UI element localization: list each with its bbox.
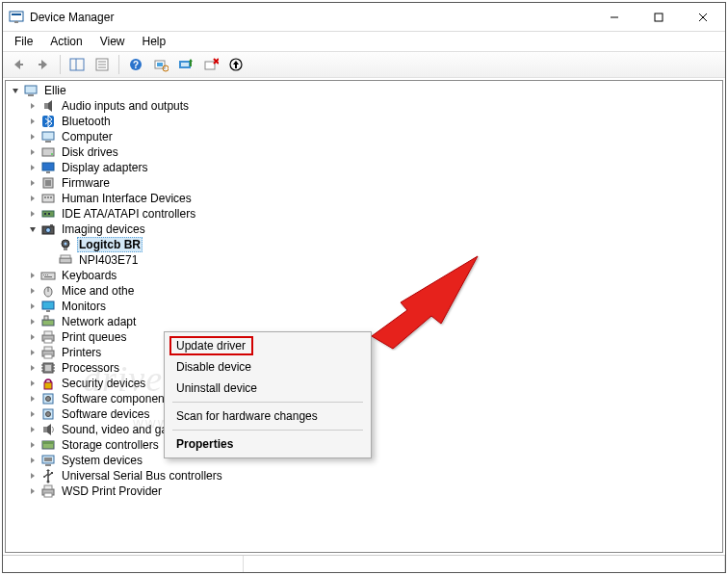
- expand-icon[interactable]: [27, 285, 39, 297]
- titlebar: Device Manager: [3, 3, 725, 32]
- tree-category[interactable]: Display adapters: [8, 160, 722, 175]
- tree-category[interactable]: Disk drives: [8, 144, 722, 160]
- tree-category[interactable]: Monitors: [8, 299, 722, 314]
- device-tree[interactable]: driver easy www.DriverEasy.com EllieAudi…: [5, 80, 723, 553]
- tree-item-label: Display adapters: [60, 161, 149, 174]
- expand-icon[interactable]: [27, 455, 39, 466]
- maximize-button[interactable]: [637, 3, 681, 31]
- network-icon: [40, 314, 56, 329]
- tree-item-label: NPI403E71: [77, 253, 140, 267]
- tree-category[interactable]: Keyboards: [8, 268, 722, 283]
- printer-icon: [40, 345, 56, 360]
- minimize-button[interactable]: [592, 3, 637, 31]
- context-menu: Update driver Disable device Uninstall d…: [164, 331, 372, 458]
- software-icon: [40, 391, 56, 406]
- tree-item-label: System devices: [60, 454, 144, 467]
- tree-category[interactable]: WSD Print Provider: [8, 484, 722, 499]
- expand-icon[interactable]: [27, 393, 39, 405]
- uninstall-toolbar-button[interactable]: [199, 53, 222, 76]
- computer-icon: [23, 83, 39, 98]
- camera-icon: [40, 222, 56, 237]
- expand-icon[interactable]: [27, 208, 39, 220]
- back-button[interactable]: [7, 53, 30, 76]
- expand-icon[interactable]: [27, 177, 39, 189]
- display-icon: [40, 160, 56, 175]
- menu-view[interactable]: View: [92, 33, 133, 50]
- ide-icon: [40, 206, 56, 222]
- context-properties[interactable]: Properties: [167, 433, 369, 455]
- tree-category[interactable]: Imaging devices: [8, 222, 722, 237]
- expand-icon[interactable]: [27, 193, 39, 204]
- tree-item-label: Processors: [60, 361, 121, 375]
- cpu-icon: [40, 360, 56, 376]
- context-label: Properties: [176, 437, 233, 451]
- collapse-icon[interactable]: [27, 223, 39, 235]
- help-toolbar-button[interactable]: ?: [124, 53, 147, 76]
- chip-icon: [40, 175, 56, 191]
- menu-file[interactable]: File: [7, 33, 40, 50]
- tree-item-label: IDE ATA/ATAPI controllers: [60, 207, 197, 221]
- forward-button[interactable]: [32, 53, 55, 76]
- tree-root-node[interactable]: Ellie: [8, 83, 722, 98]
- context-label: Scan for hardware changes: [176, 409, 318, 423]
- expand-icon[interactable]: [27, 378, 39, 389]
- tree-category[interactable]: Audio inputs and outputs: [8, 98, 722, 114]
- expand-icon[interactable]: [27, 100, 39, 112]
- context-label: Disable device: [176, 360, 251, 374]
- menu-action[interactable]: Action: [42, 33, 90, 50]
- hid-icon: [40, 191, 56, 206]
- expand-icon[interactable]: [27, 301, 39, 312]
- menu-help[interactable]: Help: [135, 33, 174, 50]
- expand-icon[interactable]: [27, 470, 39, 482]
- expand-icon[interactable]: [27, 316, 39, 327]
- expand-icon[interactable]: [27, 485, 39, 497]
- tree-item-label: Mice and othe: [60, 284, 136, 298]
- disable-toolbar-button[interactable]: [224, 53, 247, 76]
- expand-icon[interactable]: [27, 116, 39, 127]
- expand-icon[interactable]: [27, 439, 39, 451]
- tree-category[interactable]: Firmware: [8, 175, 722, 191]
- properties-toolbar-button[interactable]: [91, 53, 114, 76]
- expand-icon[interactable]: [27, 146, 39, 158]
- tree-category[interactable]: Human Interface Devices: [8, 191, 722, 206]
- expand-icon[interactable]: [27, 347, 39, 358]
- tree-item-label: Logitcb BR: [77, 237, 143, 252]
- tree-item-label: Security devices: [60, 377, 147, 390]
- tree-item-label: Printers: [60, 346, 103, 359]
- context-label: Uninstall device: [176, 381, 257, 395]
- window-title: Device Manager: [30, 11, 592, 24]
- expand-icon[interactable]: [27, 131, 39, 143]
- expand-icon[interactable]: [27, 424, 39, 435]
- expand-icon[interactable]: [27, 362, 39, 374]
- toolbar: ?: [3, 51, 725, 78]
- expand-icon[interactable]: [27, 331, 39, 343]
- tree-item-label: Audio inputs and outputs: [60, 99, 191, 113]
- expand-icon[interactable]: [27, 408, 39, 420]
- tree-device[interactable]: Logitcb BR: [8, 237, 722, 252]
- show-hide-console-button[interactable]: [65, 53, 89, 76]
- tree-category[interactable]: Bluetooth: [8, 114, 722, 129]
- tree-category[interactable]: Universal Serial Bus controllers: [8, 468, 722, 484]
- tree-category[interactable]: Computer: [8, 129, 722, 144]
- tree-category[interactable]: Mice and othe: [8, 283, 722, 299]
- status-cell: [3, 556, 244, 572]
- context-disable-device[interactable]: Disable device: [167, 356, 369, 378]
- context-update-driver[interactable]: Update driver: [167, 335, 369, 356]
- expand-icon[interactable]: [27, 270, 39, 281]
- collapse-icon[interactable]: [10, 85, 21, 96]
- scan-hardware-toolbar-button[interactable]: [149, 53, 172, 76]
- close-button[interactable]: [681, 3, 725, 31]
- tree-item-label: Software devices: [60, 407, 151, 421]
- context-scan-hardware[interactable]: Scan for hardware changes: [167, 405, 369, 427]
- system-icon: [40, 453, 56, 468]
- tree-device[interactable]: NPI403E71: [8, 252, 722, 268]
- tree-item-label: WSD Print Provider: [60, 484, 164, 498]
- context-uninstall-device[interactable]: Uninstall device: [167, 378, 369, 399]
- svg-rect-4: [655, 13, 663, 21]
- tree-category[interactable]: IDE ATA/ATAPI controllers: [8, 206, 722, 222]
- update-driver-toolbar-button[interactable]: [174, 53, 197, 76]
- speaker-icon: [40, 98, 56, 114]
- tree-category[interactable]: Network adapt: [8, 314, 722, 329]
- svg-rect-7: [19, 64, 23, 65]
- expand-icon[interactable]: [27, 162, 39, 173]
